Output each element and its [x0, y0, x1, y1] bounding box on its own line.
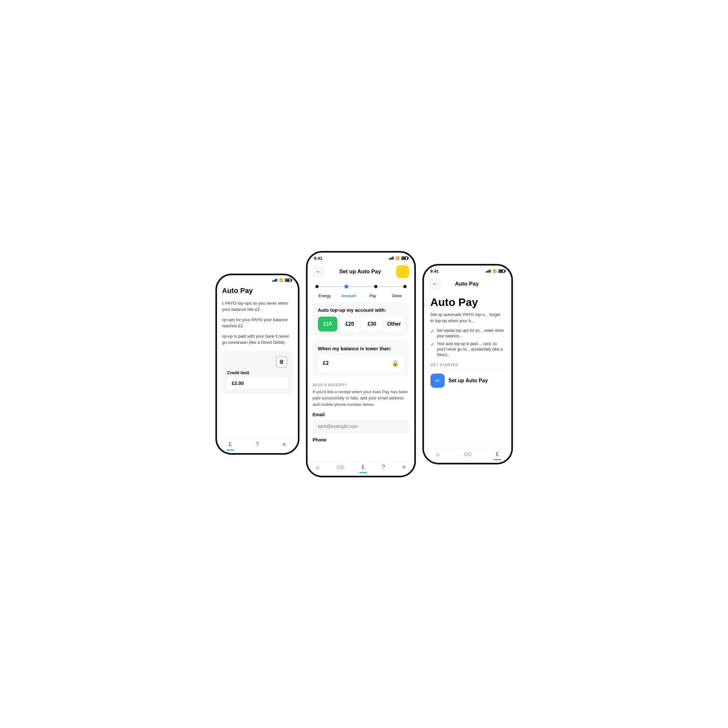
center-nav-balance[interactable]: £	[362, 464, 365, 471]
balance-card: When my balance is lower than: £2 🔒	[313, 341, 409, 376]
credit-limit-value: £2.00	[227, 377, 288, 389]
step-label-energy: Energy	[313, 294, 337, 298]
auto-topup-title: Auto top-up my account with:	[318, 307, 404, 313]
right-battery-icon	[499, 269, 505, 273]
right-wifi-icon: 📶	[492, 269, 496, 273]
check-list: ✓ Set repeat top-ups for yo... meter whe…	[430, 328, 505, 358]
balance-value: £2	[323, 360, 329, 366]
center-signal-icon	[389, 257, 394, 260]
center-battery-icon	[401, 257, 408, 260]
center-nav-activity[interactable]: ⬡⬡	[336, 464, 344, 470]
auto-pay-description: Set up automatic PAYG top-u... forget to…	[430, 312, 505, 324]
right-nav-balance[interactable]: £	[496, 451, 499, 457]
step-line-2	[348, 286, 374, 287]
screen-container: 📶 Auto Pay c PAYG top-ups so you never w…	[186, 251, 542, 477]
amount-btn-10[interactable]: £10	[318, 317, 338, 332]
right-status-bar: 9:41 📶	[424, 266, 511, 275]
email-label: Email	[313, 412, 409, 417]
right-phone: 9:41 📶 ← Auto Pay Auto Pay Set up automa…	[422, 264, 513, 464]
balance-input-row: £2 🔒	[318, 355, 404, 371]
center-phone: 9:41 📶 ← Set up Auto Pay ⚡	[306, 251, 416, 477]
center-bottom-nav: ⌂ ⬡⬡ £ ? ≡	[307, 461, 414, 476]
right-nav-home[interactable]: ⌂	[436, 451, 439, 457]
amount-btn-20[interactable]: £20	[340, 317, 359, 332]
credit-limit-label: Credit limit	[227, 370, 288, 375]
infinity-icon: ∞	[430, 373, 445, 388]
center-nav-menu[interactable]: ≡	[402, 464, 405, 471]
right-header: ← Auto Pay	[424, 275, 511, 294]
auto-pay-heading: Auto Pay	[430, 296, 505, 308]
left-nav-help[interactable]: ?	[255, 441, 259, 448]
step-dot-pay	[374, 285, 378, 288]
center-header-title: Set up Auto Pay	[339, 268, 381, 275]
right-signal-icon	[486, 269, 491, 273]
left-content: Auto Pay c PAYG top-ups so you never whe…	[217, 284, 298, 433]
check-icon-2: ✓	[430, 341, 434, 348]
stepper-labels: Energy Amount Pay Done	[307, 294, 414, 302]
center-nav-help[interactable]: ?	[382, 464, 385, 471]
left-bottom-nav: £ ? ≡	[217, 438, 298, 453]
check-list-item-2: ✓ Your auto top-up is paid ... card, so …	[430, 341, 505, 357]
right-content: Auto Pay Set up automatic PAYG top-u... …	[424, 294, 511, 388]
step-dot-energy	[315, 285, 318, 288]
left-desc2: op-ups for your PAYG your balance reache…	[222, 317, 293, 329]
receipt-section: NEED A RECEIPT? If you'd like a receipt …	[307, 380, 414, 448]
stepper	[307, 282, 414, 294]
right-header-title: Auto Pay	[455, 281, 479, 287]
auto-topup-card: Auto top-up my account with: £10 £20 £30…	[313, 302, 409, 336]
right-nav-activity[interactable]: ⬡⬡	[464, 451, 471, 457]
step-line-1	[318, 286, 344, 287]
left-status-bar: 📶	[217, 275, 298, 284]
center-status-icons: 📶	[389, 257, 408, 260]
battery-icon	[285, 278, 291, 282]
check-list-item-1: ✓ Set repeat top-ups for yo... meter whe…	[430, 328, 505, 339]
receipt-label: NEED A RECEIPT?	[313, 383, 409, 387]
step-label-pay: Pay	[361, 294, 385, 298]
check-list-text-2: Your auto top-up is paid ... card, so yo…	[437, 341, 505, 357]
center-time: 9:41	[314, 256, 323, 261]
center-wifi-icon: 📶	[396, 257, 399, 260]
receipt-description: If you'd like a receipt when your Auto P…	[313, 389, 409, 408]
amount-btn-other[interactable]: Other	[384, 317, 404, 332]
step-dot-amount	[344, 284, 348, 289]
step-label-amount: Amount	[336, 294, 361, 298]
signal-icon	[272, 278, 277, 282]
right-status-icons: 📶	[486, 269, 505, 273]
left-desc1: c PAYG top-ups so you never when your ba…	[222, 300, 293, 313]
amount-options: £10 £20 £30 Other	[318, 317, 404, 332]
balance-title: When my balance is lower than:	[318, 346, 404, 351]
right-bottom-nav: ⌂ ⬡⬡ £	[424, 448, 511, 463]
step-label-done: Done	[385, 294, 409, 298]
center-nav-home[interactable]: ⌂	[316, 464, 320, 471]
trash-icon[interactable]: 🗑	[276, 356, 288, 368]
left-nav-menu[interactable]: ≡	[282, 441, 286, 448]
setup-autopay-button[interactable]: ∞ Set up Auto Pay	[430, 373, 505, 388]
setup-autopay-text: Set up Auto Pay	[448, 378, 488, 384]
left-page-title: Auto Pay	[222, 284, 293, 300]
center-status-bar: 9:41 📶	[307, 252, 414, 263]
amount-btn-30[interactable]: £30	[362, 317, 382, 332]
credit-card-section: 🗑 Credit limit £2.00	[222, 351, 293, 394]
wifi-icon: 📶	[279, 278, 283, 282]
right-time: 9:41	[430, 269, 439, 274]
check-icon-1: ✓	[430, 328, 434, 335]
phone-label: Phone	[313, 437, 409, 442]
step-dot-done	[403, 285, 407, 288]
left-desc3: op-up is paid with your bank ll never go…	[222, 333, 293, 346]
center-back-button[interactable]: ←	[313, 266, 324, 277]
left-status-icons: 📶	[272, 278, 291, 282]
get-started-label: GET STARTED	[430, 363, 505, 367]
check-list-text-1: Set repeat top-ups for yo... meter when …	[437, 328, 505, 339]
center-header: ← Set up Auto Pay ⚡	[307, 263, 414, 282]
step-line-3	[378, 286, 403, 287]
lightning-button[interactable]: ⚡	[396, 265, 409, 278]
email-input[interactable]	[313, 419, 409, 433]
left-nav-balance[interactable]: £	[229, 441, 232, 448]
right-back-button[interactable]: ←	[429, 278, 441, 290]
lock-icon: 🔒	[392, 359, 399, 367]
left-phone: 📶 Auto Pay c PAYG top-ups so you never w…	[216, 274, 300, 455]
divider	[430, 369, 505, 370]
